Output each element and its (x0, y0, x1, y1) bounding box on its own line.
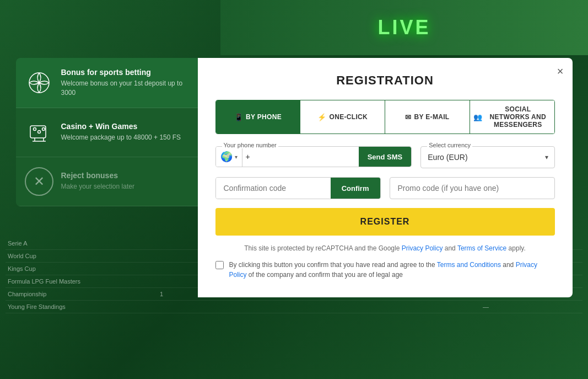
reject-bonus-item[interactable]: ✕ Reject bonuses Make your selection lat… (16, 157, 198, 206)
flag-emoji: 🌍 (220, 151, 233, 163)
tab-by-phone[interactable]: 📱 BY PHONE (216, 100, 301, 134)
reject-bonus-text: Reject bonuses Make your selection later (61, 171, 134, 191)
registration-tabs: 📱 BY PHONE ⚡ ONE-CLICK ✉ BY E-MAIL 👥 SOC… (215, 100, 555, 134)
currency-select[interactable]: Euro (EUR) USD GBP (420, 146, 554, 168)
promo-code-input[interactable] (390, 177, 555, 199)
recaptcha-text-prefix: This site is protected by reCAPTCHA and … (244, 244, 400, 252)
svg-point-4 (42, 127, 45, 130)
casino-bonus-desc: Welcome package up to 48000 + 150 FS (61, 133, 181, 142)
tab-by-email-label: BY E-MAIL (414, 113, 450, 121)
svg-point-2 (33, 127, 36, 130)
phone-flag-selector[interactable]: 🌍 ▾ (216, 147, 242, 167)
tab-by-phone-label: BY PHONE (246, 113, 282, 121)
terms-row: By clicking this button you confirm that… (215, 260, 555, 280)
confirmation-input-group: Confirm (215, 177, 381, 199)
sports-bonus-desc: Welcome bonus on your 1st deposit up to … (61, 79, 189, 98)
register-button[interactable]: REGISTER (215, 208, 555, 236)
casino-bonus-item[interactable]: Casino + Win Games Welcome package up to… (16, 108, 198, 157)
sports-icon (25, 68, 53, 97)
phone-field: Your phone number 🌍 ▾ + Send SMS (215, 146, 412, 168)
confirm-button[interactable]: Confirm (331, 178, 380, 199)
tab-one-click[interactable]: ⚡ ONE-CLICK (300, 100, 385, 134)
casino-bonus-text: Casino + Win Games Welcome package up to… (61, 122, 181, 142)
reject-bonus-desc: Make your selection later (61, 182, 134, 191)
phone-label: Your phone number (222, 142, 278, 148)
modal-title: REGISTRATION (215, 73, 555, 88)
social-icon: 👥 (473, 113, 482, 121)
bonus-panel: Bonus for sports betting Welcome bonus o… (16, 58, 198, 206)
tab-social[interactable]: 👥 SOCIAL NETWORKS AND MESSENGERS (470, 100, 554, 134)
terms-checkbox[interactable] (215, 261, 224, 269)
terms-of-service-link[interactable]: Terms of Service (457, 244, 506, 252)
phone-number-input[interactable] (253, 147, 359, 167)
promo-field (390, 177, 555, 199)
registration-modal: × REGISTRATION 📱 BY PHONE ⚡ ONE-CLICK ✉ … (198, 58, 573, 297)
email-icon: ✉ (405, 113, 411, 121)
sports-bonus-text: Bonus for sports betting Welcome bonus o… (61, 68, 189, 98)
close-button[interactable]: × (557, 66, 564, 77)
casino-bonus-title: Casino + Win Games (61, 122, 181, 131)
sports-bonus-item[interactable]: Bonus for sports betting Welcome bonus o… (16, 58, 198, 108)
sports-bonus-title: Bonus for sports betting (61, 68, 189, 77)
terms-prefix: By clicking this button you confirm that… (229, 261, 435, 269)
recaptcha-and: and (445, 244, 456, 252)
recaptcha-apply: apply. (509, 244, 526, 252)
privacy-policy-link[interactable]: Privacy Policy (402, 244, 443, 252)
terms-and2: and (503, 261, 514, 269)
currency-field: Select currency Euro (EUR) USD GBP ▾ (420, 146, 554, 168)
terms-conditions-link[interactable]: Terms and Conditions (437, 261, 501, 269)
recaptcha-notice: This site is protected by reCAPTCHA and … (215, 244, 555, 252)
confirmation-field: Confirm (215, 177, 381, 199)
flag-chevron-icon: ▾ (235, 154, 238, 160)
tab-social-label: SOCIAL NETWORKS AND MESSENGERS (485, 105, 551, 129)
lightning-icon: ⚡ (317, 113, 326, 121)
phone-icon: 📱 (234, 113, 243, 121)
modal-overlay: Bonus for sports betting Welcome bonus o… (0, 0, 588, 379)
currency-label: Select currency (427, 142, 472, 148)
terms-text: By clicking this button you confirm that… (229, 260, 555, 280)
confirm-promo-row: Confirm (215, 177, 555, 199)
confirmation-code-input[interactable] (216, 178, 331, 199)
casino-icon (25, 118, 53, 147)
reject-icon: ✕ (25, 167, 53, 196)
tab-by-email[interactable]: ✉ BY E-MAIL (385, 100, 470, 134)
phone-currency-row: Your phone number 🌍 ▾ + Send SMS Select … (215, 146, 555, 168)
send-sms-button[interactable]: Send SMS (359, 147, 412, 167)
reject-bonus-title: Reject bonuses (61, 171, 134, 180)
svg-point-3 (37, 130, 40, 133)
currency-select-wrapper: Euro (EUR) USD GBP ▾ (420, 146, 554, 168)
terms-end: of the company and confirm that you are … (249, 271, 403, 279)
tab-one-click-label: ONE-CLICK (330, 113, 368, 121)
phone-input-group: 🌍 ▾ + Send SMS (215, 146, 412, 167)
phone-plus-sign: + (242, 147, 253, 167)
